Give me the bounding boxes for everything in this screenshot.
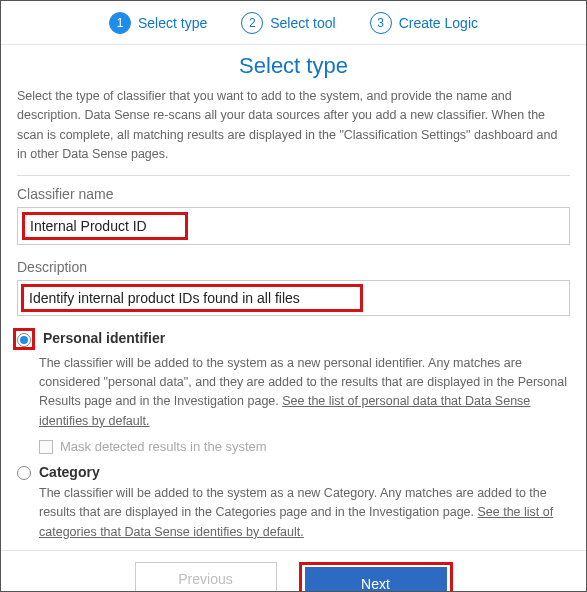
divider <box>17 175 570 176</box>
option-title: Category <box>39 464 100 480</box>
step-create-logic[interactable]: 3 Create Logic <box>370 12 478 34</box>
mask-results-checkbox[interactable] <box>39 440 53 454</box>
radio-category[interactable] <box>17 466 31 480</box>
step-select-tool[interactable]: 2 Select tool <box>241 12 335 34</box>
option-personal-identifier: Personal identifier The classifier will … <box>17 330 570 455</box>
description-field: Description <box>17 259 570 316</box>
highlight-box: Next <box>299 562 453 592</box>
next-button[interactable]: Next <box>305 567 447 592</box>
highlight-box <box>21 284 363 312</box>
step-label: Select type <box>138 15 207 31</box>
step-number-icon: 2 <box>241 12 263 34</box>
page-title: Select type <box>17 53 570 79</box>
description-input[interactable] <box>25 288 359 308</box>
intro-text: Select the type of classifier that you w… <box>17 87 570 165</box>
wizard-footer: Previous Next <box>1 550 586 592</box>
option-description: The classifier will be added to the syst… <box>39 354 570 432</box>
classifier-name-input[interactable] <box>26 216 184 236</box>
highlight-box <box>22 212 188 240</box>
option-title: Personal identifier <box>43 330 165 346</box>
step-select-type[interactable]: 1 Select type <box>109 12 207 34</box>
radio-personal-identifier[interactable] <box>17 333 31 347</box>
step-label: Select tool <box>270 15 335 31</box>
highlight-box <box>13 328 35 350</box>
classifier-name-field: Classifier name <box>17 186 570 245</box>
mask-results-row: Mask detected results in the system <box>39 439 570 454</box>
previous-button[interactable]: Previous <box>135 562 277 592</box>
wizard-stepper: 1 Select type 2 Select tool 3 Create Log… <box>1 1 586 45</box>
main-panel: Select type Select the type of classifie… <box>1 45 586 542</box>
step-number-icon: 3 <box>370 12 392 34</box>
description-label: Description <box>17 259 570 275</box>
option-category: Category The classifier will be added to… <box>17 464 570 542</box>
step-number-icon: 1 <box>109 12 131 34</box>
classifier-name-label: Classifier name <box>17 186 570 202</box>
option-description: The classifier will be added to the syst… <box>39 484 570 542</box>
step-label: Create Logic <box>399 15 478 31</box>
mask-results-label: Mask detected results in the system <box>60 439 267 454</box>
